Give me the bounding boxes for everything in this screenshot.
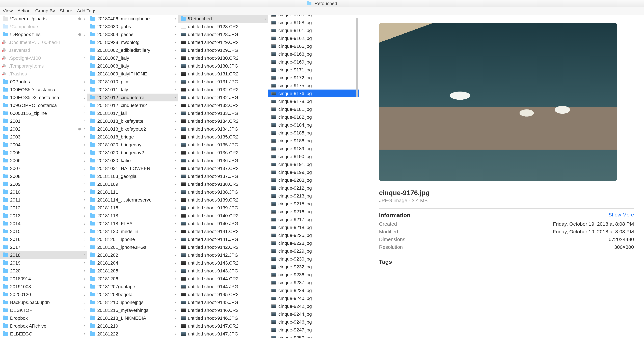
file-row[interactable]: cinque-9242.jpg (268, 302, 359, 310)
folder-row[interactable]: 20181207guatape› (87, 283, 178, 290)
file-row[interactable]: untitled shoot-9142.CR2 (178, 243, 268, 251)
folder-row[interactable]: 20200120› (0, 290, 87, 298)
file-row[interactable]: untitled shoot-9143.JPG (178, 267, 268, 275)
folder-row[interactable]: 2015› (0, 228, 87, 236)
menu-share[interactable]: Share (60, 8, 72, 14)
folder-row[interactable]: !Competitours (0, 23, 87, 30)
folder-row[interactable]: 2004› (0, 141, 87, 149)
folder-row[interactable]: 20180928_nwohiotg› (87, 38, 178, 46)
file-row[interactable]: cinque-9237.jpg (268, 279, 359, 286)
folder-row[interactable]: Dropbox ARchive› (0, 322, 87, 330)
menu-action[interactable]: Action (18, 8, 30, 14)
file-row[interactable]: untitled shoot-9128.CR2 (178, 23, 268, 30)
scrollbar[interactable] (356, 18, 358, 97)
file-row[interactable]: untitled shoot-9142.JPG (178, 251, 268, 259)
file-row[interactable]: cinque-9166.jpg (268, 42, 359, 50)
folder-row[interactable]: !Camera Uploads› (0, 15, 87, 23)
file-row[interactable]: untitled shoot-9138.CR2 (178, 180, 268, 188)
folder-row[interactable]: .fseventsd (0, 46, 87, 54)
folder-row[interactable]: 20181010_pico› (87, 78, 178, 86)
file-row[interactable]: untitled shoot-9129.JPG (178, 46, 268, 54)
file-row[interactable]: cinque-9162.jpg (268, 34, 359, 42)
folder-row[interactable]: 2009› (0, 180, 87, 188)
file-row[interactable]: untitled shoot-9145.CR2 (178, 290, 268, 298)
file-row[interactable]: cinque-9230.jpg (268, 255, 359, 263)
file-row[interactable]: untitled shoot-9133.CR2 (178, 102, 268, 109)
folder-row[interactable]: 2020› (0, 267, 87, 275)
folder-row[interactable]: 20181216_myfavethings› (87, 306, 178, 314)
folder-row[interactable]: 20181009_italyIPHONE› (87, 70, 178, 78)
folder-row[interactable]: 2014› (0, 220, 87, 228)
folder-row[interactable]: 20181218_LINKMEDIA› (87, 314, 178, 322)
file-row[interactable]: untitled shoot-9137.CR2 (178, 164, 268, 172)
file-row[interactable]: untitled shoot-9139.JPG (178, 204, 268, 212)
folder-row[interactable]: 20181118› (87, 212, 178, 220)
folder-row[interactable]: 2007› (0, 164, 87, 172)
menu-addtags[interactable]: Add Tags (77, 8, 96, 14)
folder-row[interactable]: 2001› (0, 117, 87, 125)
file-row[interactable]: untitled shoot-9132.JPG (178, 94, 268, 102)
file-row[interactable]: untitled shoot-9134.JPG (178, 125, 268, 133)
folder-row[interactable]: 20181018_bikefayette2› (87, 125, 178, 133)
file-row[interactable]: untitled shoot-9138.JPG (178, 188, 268, 196)
folder-row[interactable]: 20181030_katie› (87, 156, 178, 164)
folder-row[interactable]: 2011› (0, 196, 87, 204)
file-row[interactable]: cinque-9182.jpg (268, 113, 359, 121)
file-row[interactable]: cinque-9225.jpg (268, 231, 359, 239)
folder-row[interactable]: 2005› (0, 149, 87, 156)
file-row[interactable]: untitled shoot-9130.CR2 (178, 54, 268, 62)
column-1[interactable]: !Camera Uploads›!Competitours!DRopbox fi… (0, 15, 87, 338)
show-more-link[interactable]: Show More (608, 212, 634, 218)
folder-row[interactable]: 100EOS5D3_costa rica› (0, 94, 87, 102)
file-row[interactable]: untitled shoot-9139.CR2 (178, 196, 268, 204)
file-row[interactable]: cinque-9171.jpg (268, 66, 359, 74)
file-row[interactable]: cinque-9246.jpg (268, 318, 359, 326)
folder-row[interactable]: 20181007_italy› (87, 54, 178, 62)
folder-row[interactable]: 20180914› (0, 275, 87, 283)
file-row[interactable]: untitled shoot-9140.JPG (178, 220, 268, 228)
file-row[interactable]: untitled shoot-9140.CR2 (178, 212, 268, 220)
folder-row[interactable]: 20181130_medellin› (87, 228, 178, 236)
file-row[interactable]: untitled shoot-9137.JPG (178, 172, 268, 180)
folder-row[interactable]: 20181008_italy› (87, 62, 178, 70)
file-row[interactable]: cinque-9169.jpg (268, 58, 359, 66)
folder-row[interactable]: 20180406_mexicoiphone› (87, 15, 178, 23)
folder-row[interactable]: 20181201_iphoneJPGs› (87, 243, 178, 251)
folder-row[interactable]: 20181002_edibledistillery› (87, 46, 178, 54)
file-row[interactable]: cinque-9189.jpg (268, 145, 359, 152)
file-row[interactable]: cinque-9161.jpg (268, 26, 359, 34)
file-row[interactable]: cinque-9181.jpg (268, 105, 359, 113)
file-row[interactable]: cinque-9168.jpg (268, 50, 359, 58)
file-row[interactable]: untitled shoot-9141.CR2 (178, 228, 268, 236)
file-row[interactable]: cinque-9184.jpg (268, 121, 359, 129)
folder-row[interactable]: 2017› (0, 243, 87, 251)
column-3[interactable]: !Retouched›untitled shoot-9128.CR2untitl… (178, 15, 268, 338)
file-row[interactable]: cinque-9208.jpg (268, 176, 359, 184)
folder-row[interactable]: 20181020_bridgeday2› (87, 149, 178, 156)
folder-row[interactable]: DESKTOP› (0, 306, 87, 314)
folder-row[interactable]: 2018› (0, 251, 87, 259)
file-row[interactable]: cinque-9212.jpg (268, 184, 359, 192)
column-2[interactable]: 20180406_mexicoiphone›20180630_gobs›2018… (87, 15, 178, 338)
file-row[interactable]: untitled shoot-9136.CR2 (178, 149, 268, 156)
file-row[interactable]: untitled shoot-9133.JPG (178, 109, 268, 117)
file-row[interactable]: untitled shoot-9144.JPG (178, 283, 268, 290)
menu-groupby[interactable]: Group By (35, 8, 55, 14)
file-row[interactable]: cinque-9199.jpg (268, 168, 359, 176)
folder-row[interactable]: ELBEEGO› (0, 330, 87, 338)
folder-row[interactable]: 20181118_FLEA› (87, 220, 178, 228)
file-row[interactable]: cinque-9217.jpg (268, 216, 359, 224)
folder-row[interactable]: .DocumentR…100-bad-1 (0, 38, 87, 46)
file-row[interactable]: cinque-9236.jpg (268, 271, 359, 279)
folder-row[interactable]: 20181201_iphone› (87, 236, 178, 243)
folder-row[interactable]: 2008› (0, 172, 87, 180)
file-row[interactable]: untitled shoot-9131.CR2 (178, 70, 268, 78)
file-row[interactable]: untitled shoot-9146.JPG (178, 314, 268, 322)
file-row[interactable]: untitled shoot-9132.CR2 (178, 86, 268, 94)
file-row[interactable]: cinque-9228.jpg (268, 239, 359, 247)
file-row[interactable]: cinque-9244.jpg (268, 310, 359, 318)
file-row[interactable]: cinque-9247.jpg (268, 326, 359, 334)
file-row[interactable]: untitled shoot-9129.CR2 (178, 38, 268, 46)
folder-row[interactable]: 20181018_bikefayette› (87, 117, 178, 125)
menu-view[interactable]: View (3, 8, 13, 14)
